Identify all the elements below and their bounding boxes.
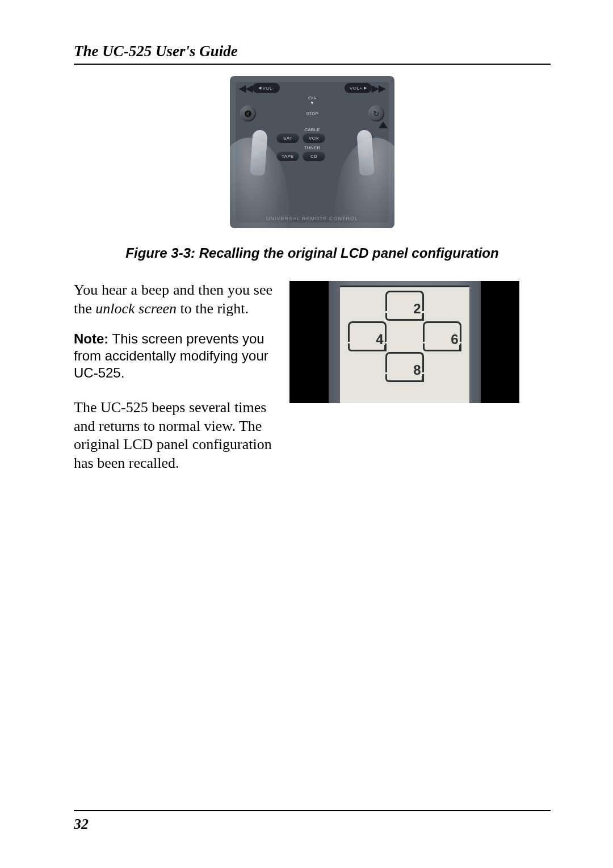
note-paragraph: Note: This screen prevents you from acci… (74, 330, 272, 381)
lcd-key-6: 6 (423, 321, 461, 342)
lcd-key-2: 2 (385, 291, 424, 311)
sat-button: SAT (276, 133, 299, 143)
lcd-key-8: 8 (385, 352, 424, 372)
stop-label: STOP (306, 111, 318, 116)
cable-label: CABLE (304, 127, 320, 132)
lcd-screen: 2 4 6 (340, 286, 469, 403)
header-divider (74, 64, 551, 65)
rewind-icon: ◀◀ (239, 83, 253, 94)
tape-button: TAPE (276, 151, 299, 161)
repeat-button (368, 106, 384, 121)
paragraph-1: You hear a beep and then you see the unl… (74, 281, 272, 318)
paragraph-2: The UC-525 beeps several times and retur… (74, 399, 272, 472)
figure-remote: ◀◀ ▶▶ VOL- VOL+ CH-▼ STOP CABLE TUNER SA… (74, 76, 551, 228)
vol-minus-button: VOL- (253, 83, 280, 93)
footer-divider (74, 810, 551, 811)
lcd-device: 2 4 6 (329, 281, 481, 403)
fast-forward-icon: ▶▶ (372, 83, 385, 94)
figure-lcd: 2 4 6 (289, 281, 551, 403)
lcd-key-4: 4 (348, 321, 387, 342)
cd-button: CD (303, 151, 325, 161)
remote-body: ◀◀ ▶▶ VOL- VOL+ CH-▼ STOP CABLE TUNER SA… (230, 76, 394, 228)
figure-caption: Figure 3-3: Recalling the original LCD p… (74, 245, 551, 261)
vcr-button: VCR (303, 133, 325, 143)
finger-left-graphic (250, 129, 268, 176)
header-title: The UC-525 User's Guide (74, 43, 551, 60)
mute-button (240, 106, 256, 121)
tuner-label: TUNER (304, 145, 320, 150)
up-icon (379, 121, 388, 128)
vol-plus-button: VOL+ (345, 83, 372, 93)
page-number: 32 (74, 816, 89, 833)
finger-right-graphic (356, 129, 375, 176)
remote-brand-text: UNIVERSAL REMOTE CONTROL (266, 216, 358, 221)
ch-minus-label: CH-▼ (308, 95, 316, 106)
